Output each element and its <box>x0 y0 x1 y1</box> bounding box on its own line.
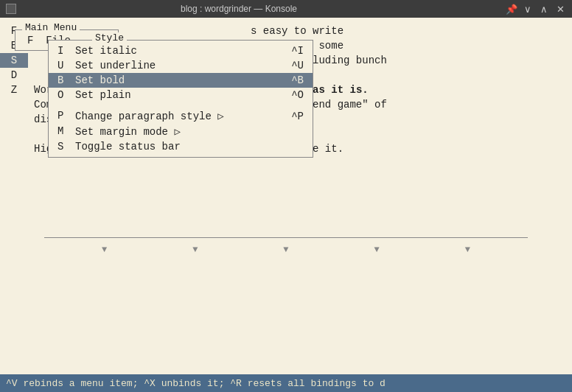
titlebar-title: blog : wordgrinder — Konsole <box>0 4 506 14</box>
style-item-plain-left: O Set plain <box>57 89 131 101</box>
paragraph-label: Change paragraph style ▷ <box>75 110 224 122</box>
style-item-paragraph[interactable]: P Change paragraph style ▷ ^P <box>49 108 313 124</box>
pin-button[interactable]: 📌 <box>506 4 517 15</box>
style-item-underline-left: U Set underline <box>57 60 156 71</box>
style-menu-title: Style <box>92 32 127 43</box>
triangle-1: ▼ <box>102 245 107 255</box>
paragraph-letter: P <box>57 110 69 122</box>
italic-letter: I <box>57 45 69 57</box>
sidebar-item-s: S <box>0 53 28 68</box>
plain-label: Set plain <box>75 89 131 101</box>
underline-letter: U <box>57 60 69 71</box>
titlebar-controls[interactable]: 📌 ∨ ∧ ✕ <box>506 4 566 15</box>
triangles-row: ▼ ▼ ▼ ▼ ▼ <box>0 245 572 255</box>
maximize-button[interactable]: ∧ <box>538 4 550 15</box>
main-menu-title: Main Menu <box>22 22 80 33</box>
bold-letter: B <box>57 74 69 86</box>
titlebar: blog : wordgrinder — Konsole 📌 ∨ ∧ ✕ <box>0 0 572 18</box>
status-letter: S <box>57 141 69 153</box>
style-item-italic[interactable]: I Set italic ^I <box>49 43 313 58</box>
close-button[interactable]: ✕ <box>554 4 566 15</box>
plain-letter: O <box>57 89 69 101</box>
sidebar-item-d: D <box>0 68 28 83</box>
paragraph-shortcut: ^P <box>282 111 304 122</box>
underline-shortcut: ^U <box>282 60 304 71</box>
menu-separator <box>49 102 313 108</box>
statusbar-text: ^V rebinds a menu item; ^X unbinds it; ^… <box>6 378 386 389</box>
underline-label: Set underline <box>75 60 156 71</box>
divider <box>44 237 528 238</box>
italic-label: Set italic <box>75 45 137 57</box>
margin-letter: M <box>57 125 69 138</box>
style-item-plain[interactable]: O Set plain ^O <box>49 88 313 102</box>
italic-shortcut: ^I <box>282 45 304 57</box>
style-item-paragraph-left: P Change paragraph style ▷ <box>57 110 224 122</box>
triangle-5: ▼ <box>465 245 470 255</box>
status-label: Toggle status bar <box>75 141 181 153</box>
style-item-status[interactable]: S Toggle status bar <box>49 139 313 154</box>
style-item-bold[interactable]: B Set bold ^B <box>49 73 313 88</box>
style-item-bold-left: B Set bold <box>57 74 125 86</box>
style-item-margin-left: M Set margin mode ▷ <box>57 125 181 138</box>
triangle-4: ▼ <box>374 245 380 255</box>
plain-shortcut: ^O <box>282 89 304 101</box>
style-item-status-left: S Toggle status bar <box>57 141 181 153</box>
style-menu-box: I Set italic ^I U Set underline ^U B Set… <box>48 40 313 158</box>
statusbar: ^V rebinds a menu item; ^X unbinds it; ^… <box>0 374 572 392</box>
main-area: F E S D Z s easy to write config and som… <box>0 18 572 374</box>
margin-label: Set margin mode ▷ <box>75 125 181 138</box>
bold-label: Set bold <box>75 74 125 86</box>
style-item-italic-left: I Set italic <box>57 45 137 57</box>
minimize-button[interactable]: ∨ <box>522 4 534 15</box>
style-item-underline[interactable]: U Set underline ^U <box>49 58 313 73</box>
triangle-3: ▼ <box>283 245 288 255</box>
style-menu[interactable]: Style I Set italic ^I U Set underline ^U <box>48 40 313 158</box>
style-item-margin[interactable]: M Set margin mode ▷ <box>49 124 313 139</box>
sidebar-item-z: Z <box>0 83 28 97</box>
bold-shortcut: ^B <box>282 74 304 86</box>
triangle-2: ▼ <box>192 245 198 255</box>
